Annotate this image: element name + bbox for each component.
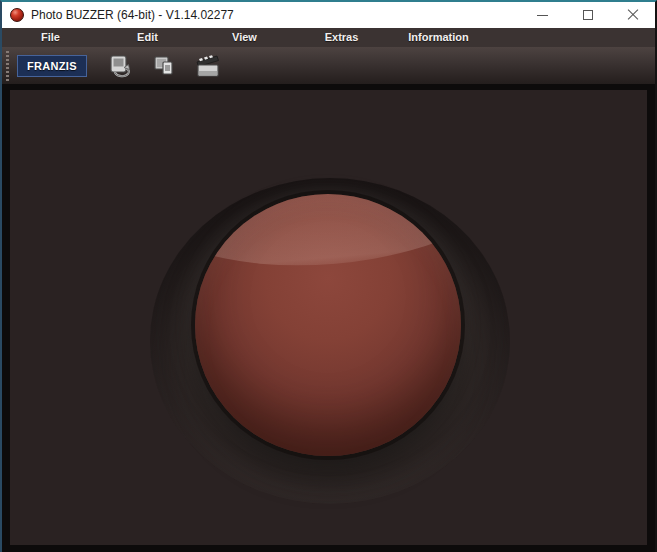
clapperboard-icon: [194, 53, 222, 79]
open-image-icon: [107, 53, 133, 79]
franzis-brand-button[interactable]: FRANZIS: [17, 55, 87, 77]
maximize-icon: [583, 10, 593, 20]
close-icon: [627, 9, 639, 21]
app-window: Photo BUZZER (64-bit) - V1.14.02277 File…: [0, 0, 657, 552]
toolbar: FRANZIS: [2, 47, 655, 84]
open-image-button[interactable]: [105, 52, 135, 80]
menu-edit[interactable]: Edit: [99, 28, 196, 47]
clapperboard-button[interactable]: [193, 52, 223, 80]
menu-view[interactable]: View: [196, 28, 293, 47]
menu-file[interactable]: File: [2, 28, 99, 47]
copy-save-button[interactable]: [149, 52, 179, 80]
minimize-icon: [537, 15, 548, 16]
menu-extras[interactable]: Extras: [293, 28, 390, 47]
maximize-button[interactable]: [565, 2, 610, 28]
photo-canvas: [10, 90, 647, 545]
toolbar-gripper[interactable]: [6, 51, 9, 81]
window-title: Photo BUZZER (64-bit) - V1.14.02277: [31, 8, 520, 22]
titlebar: Photo BUZZER (64-bit) - V1.14.02277: [2, 2, 655, 28]
work-area: [2, 84, 655, 552]
copy-save-icon: [151, 53, 177, 79]
buzzer-button[interactable]: [195, 194, 461, 456]
close-button[interactable]: [610, 2, 655, 28]
app-icon-red-buzzer: [10, 8, 24, 22]
menu-information[interactable]: Information: [390, 28, 487, 47]
minimize-button[interactable]: [520, 2, 565, 28]
menu-bar: File Edit View Extras Information: [2, 28, 655, 47]
